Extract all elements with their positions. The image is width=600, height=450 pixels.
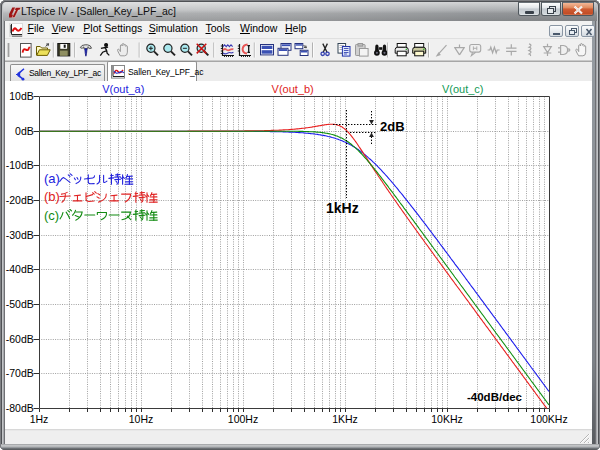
svg-text:10Hz: 10Hz <box>129 413 154 425</box>
svg-text:-10dB: -10dB <box>6 159 34 171</box>
svg-text:-20dB: -20dB <box>6 194 34 206</box>
svg-text:V(out_c): V(out_c) <box>442 83 484 95</box>
svg-text:1kHz: 1kHz <box>326 200 359 216</box>
svg-text:-30dB: -30dB <box>6 229 34 241</box>
svg-text:(c): (c) <box>44 208 59 223</box>
svg-text:-70dB: -70dB <box>6 367 34 379</box>
svg-text:V(out_b): V(out_b) <box>272 83 314 95</box>
svg-text:-40dB: -40dB <box>6 263 34 275</box>
svg-text:-50dB: -50dB <box>6 298 34 310</box>
svg-text:V(out_a): V(out_a) <box>102 83 144 95</box>
svg-text:-60dB: -60dB <box>6 333 34 345</box>
svg-text:-40dB/dec: -40dB/dec <box>467 391 523 403</box>
svg-text:(b): (b) <box>44 189 60 204</box>
svg-text:10KHz: 10KHz <box>431 413 463 425</box>
svg-text:100KHz: 100KHz <box>530 413 567 425</box>
svg-text:100Hz: 100Hz <box>228 413 258 425</box>
svg-text:(a): (a) <box>44 171 60 186</box>
svg-text:2dB: 2dB <box>380 119 405 134</box>
svg-text:1Hz: 1Hz <box>30 413 49 425</box>
svg-text:0dB: 0dB <box>15 125 34 137</box>
svg-text:1KHz: 1KHz <box>332 413 358 425</box>
svg-text:10dB: 10dB <box>9 90 34 102</box>
